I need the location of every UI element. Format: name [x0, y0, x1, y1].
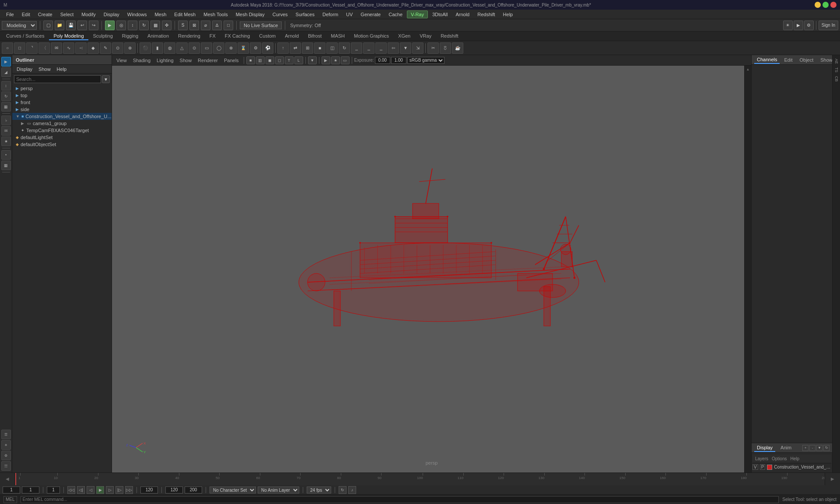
- timeline-scroll-left[interactable]: ◀: [0, 473, 15, 485]
- viewport-canvas[interactable]: persp X Y Z ▲: [112, 66, 751, 472]
- pencil-tool[interactable]: ✎: [100, 42, 111, 54]
- plane-tool[interactable]: ▭: [201, 42, 212, 54]
- sculpt-tool[interactable]: ✉: [1, 126, 11, 136]
- timeline-track[interactable]: 1102030405060708090100110120130140150160…: [15, 473, 825, 485]
- tool-settings-toggle[interactable]: TS: [833, 66, 840, 74]
- range-end-input[interactable]: [185, 486, 202, 494]
- tab-curves-surfaces[interactable]: Curves / Surfaces: [2, 32, 49, 40]
- undo-btn[interactable]: ↩: [77, 21, 87, 30]
- menu-file[interactable]: File: [3, 11, 18, 18]
- tab-rendering[interactable]: Rendering: [174, 32, 205, 40]
- outliner-item-construction-vessel[interactable]: ▼ ■ Construction_Vessel_and_Offshore_U..…: [12, 113, 112, 120]
- tab-poly-modeling[interactable]: Poly Modeling: [49, 32, 88, 40]
- vp-texture-btn[interactable]: T: [285, 56, 294, 64]
- vp-iso-btn[interactable]: ★: [331, 56, 340, 64]
- menu-select[interactable]: Select: [57, 11, 77, 18]
- wedge-tool[interactable]: ▼: [400, 42, 411, 54]
- vp-toggle-btn[interactable]: ■: [246, 56, 255, 64]
- save-btn[interactable]: 💾: [66, 21, 76, 30]
- two-pt-arc[interactable]: ⊕: [124, 42, 136, 54]
- layer-new-btn[interactable]: +: [802, 445, 808, 451]
- snap-to-grid[interactable]: ▦: [1, 161, 11, 170]
- prev-key-btn[interactable]: ◁|: [77, 486, 85, 494]
- menu-create[interactable]: Create: [35, 11, 56, 18]
- bezier-tool[interactable]: ∿: [63, 42, 74, 54]
- tab-vray[interactable]: VRay: [415, 32, 436, 40]
- menu-mesh-tools[interactable]: Mesh Tools: [200, 11, 231, 18]
- disc-tool[interactable]: ◯: [213, 42, 224, 54]
- tab-edit[interactable]: Edit: [781, 56, 795, 63]
- make-live-tool[interactable]: ☕: [452, 42, 463, 54]
- maximize-button[interactable]: [822, 2, 829, 8]
- outliner-item-side[interactable]: ▶ side: [12, 106, 112, 113]
- goto-start-btn[interactable]: ◁◁: [67, 486, 75, 494]
- character-set-dropdown[interactable]: No Character Set: [210, 486, 256, 494]
- paint-select-tool[interactable]: ◢: [1, 67, 11, 77]
- menu-modify[interactable]: Modify: [78, 11, 99, 18]
- layer-opts-btn[interactable]: ▼: [816, 445, 822, 451]
- ep-curve-tool[interactable]: ◆: [88, 42, 99, 54]
- timeline-playhead[interactable]: [15, 473, 16, 485]
- sign-in-btn[interactable]: Sign In: [819, 21, 838, 30]
- connect-tool[interactable]: ⎯: [375, 42, 387, 54]
- tab-fx[interactable]: FX: [205, 32, 220, 40]
- show-manip-tool[interactable]: ★: [1, 136, 11, 146]
- layer-name[interactable]: Construction_Vessel_and_Offshore_t...: [774, 465, 831, 469]
- cube-tool[interactable]: ▮: [152, 42, 163, 54]
- outliner-search-input[interactable]: [14, 75, 101, 83]
- vp-shade-options[interactable]: ▼: [308, 56, 317, 64]
- attribute-editor[interactable]: ⚙: [1, 451, 11, 460]
- lasso-btn[interactable]: ◎: [116, 21, 126, 30]
- outliner-filter-btn[interactable]: ▼: [102, 75, 110, 83]
- target-weld-tool[interactable]: ⛣: [440, 42, 451, 54]
- layer-vp-btn[interactable]: V: [752, 464, 758, 470]
- extrude-tool[interactable]: ↑: [277, 42, 289, 54]
- snap-curve-btn[interactable]: ⌀: [201, 21, 210, 30]
- insert-edge-loop[interactable]: ⎯: [351, 42, 362, 54]
- menu-cache[interactable]: Cache: [385, 11, 406, 18]
- duplicate-face-tool[interactable]: ⇲: [412, 42, 424, 54]
- play-forward-btn[interactable]: ▶: [96, 486, 104, 494]
- scale-btn[interactable]: ▦: [150, 21, 160, 30]
- select-tool-btn[interactable]: ▶: [105, 21, 115, 30]
- cone-tool[interactable]: △: [176, 42, 188, 54]
- snap-to-point[interactable]: •: [1, 150, 11, 160]
- vp-shaded-wire-btn[interactable]: ◻: [275, 56, 284, 64]
- menu-edit-mesh[interactable]: Edit Mesh: [171, 11, 199, 18]
- cylinder-tool[interactable]: ◍: [164, 42, 175, 54]
- frame-marker-input[interactable]: [47, 486, 60, 494]
- tab-mash[interactable]: MASH: [326, 32, 349, 40]
- attribute-editor-toggle[interactable]: AE: [833, 57, 840, 66]
- tab-custom[interactable]: Custom: [255, 32, 280, 40]
- tab-bifrost[interactable]: Bifrost: [304, 32, 326, 40]
- tab-display[interactable]: Display: [754, 444, 775, 452]
- goto-end-btn[interactable]: ▷▷: [125, 486, 133, 494]
- ipr-btn[interactable]: ▶: [794, 21, 803, 30]
- offset-edge-loop[interactable]: ⎯: [363, 42, 374, 54]
- gear-mesh-tool[interactable]: ⚙: [250, 42, 261, 54]
- tab-redshift[interactable]: Redshift: [436, 32, 462, 40]
- outliner-menu-display[interactable]: Display: [14, 66, 35, 72]
- menu-display[interactable]: Display: [100, 11, 123, 18]
- vp-menu-show[interactable]: Show: [177, 57, 195, 64]
- loop-btn[interactable]: ↻: [339, 486, 346, 494]
- menu-mesh[interactable]: Mesh: [151, 11, 170, 18]
- open-btn[interactable]: 📁: [55, 21, 64, 30]
- universal-btn[interactable]: ✜: [162, 21, 172, 30]
- tab-anim[interactable]: Anim: [778, 444, 794, 452]
- outliner-menu-show[interactable]: Show: [36, 66, 53, 72]
- layer-delete-btn[interactable]: -: [809, 445, 816, 451]
- soft-mod-tool[interactable]: ♭: [1, 116, 11, 125]
- vp-menu-shading[interactable]: Shading: [130, 57, 153, 64]
- arc-tool[interactable]: ⌝: [26, 42, 38, 54]
- snap-surface-btn[interactable]: □: [224, 21, 233, 30]
- menu-edit[interactable]: Edit: [18, 11, 34, 18]
- menu-vray[interactable]: V-Ray: [407, 10, 428, 18]
- multi-cut-tool[interactable]: ✂: [427, 42, 439, 54]
- outliner-item-top[interactable]: ▶ top: [12, 92, 112, 99]
- menu-arnold[interactable]: Arnold: [452, 11, 473, 18]
- vp-menu-lighting[interactable]: Lighting: [154, 57, 176, 64]
- menu-windows[interactable]: Windows: [124, 11, 150, 18]
- tab-rigging[interactable]: Rigging: [118, 32, 143, 40]
- torus-tool[interactable]: ⊙: [189, 42, 200, 54]
